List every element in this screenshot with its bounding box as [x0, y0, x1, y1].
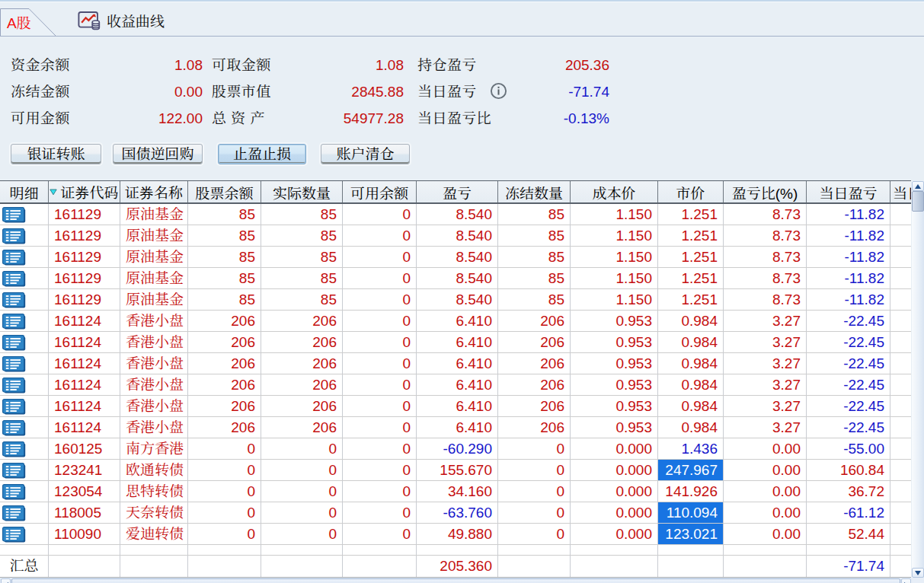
detail-list-icon[interactable]: [2, 314, 26, 330]
table-cell: 206: [188, 417, 261, 438]
detail-list-icon[interactable]: [2, 441, 26, 457]
detail-button-cell[interactable]: [0, 396, 49, 416]
column-header[interactable]: 市价: [658, 181, 724, 202]
column-header[interactable]: 盈亏比(%): [724, 181, 807, 202]
detail-list-icon[interactable]: [2, 463, 26, 479]
column-header[interactable]: 当日盈亏: [807, 181, 890, 202]
position-row[interactable]: 160125南方香港000-60.29000.0001.4360.00-55.0…: [0, 438, 911, 460]
detail-button-cell[interactable]: [0, 353, 49, 374]
action-button[interactable]: 国债逆回购: [113, 144, 203, 164]
position-row[interactable]: 161124香港小盘20620606.4102060.9530.9843.27-…: [0, 417, 911, 438]
column-header[interactable]: 可用余额: [343, 181, 417, 202]
detail-button-cell[interactable]: [0, 417, 49, 438]
detail-list-icon[interactable]: [2, 505, 26, 521]
position-row[interactable]: 161124香港小盘20620606.4102060.9530.9843.27-…: [0, 396, 911, 417]
detail-list-icon[interactable]: [2, 484, 26, 500]
action-button[interactable]: 银证转账: [11, 144, 101, 164]
column-header[interactable]: 成本价: [571, 181, 658, 202]
table-cell: [49, 545, 120, 555]
position-row[interactable]: 161124香港小盘20620606.4102060.9530.9843.27-…: [0, 332, 911, 353]
detail-button-cell[interactable]: [0, 438, 49, 459]
table-cell: 123.021: [658, 524, 724, 544]
table-cell: 0: [343, 502, 417, 523]
position-row[interactable]: 161129原油基金858508.540851.1501.2518.73-11.…: [0, 225, 911, 247]
account-field-value: 1.08: [88, 57, 203, 74]
column-header[interactable]: 明细: [0, 181, 49, 202]
action-button[interactable]: 账户清仓: [321, 144, 410, 164]
scroll-up-button[interactable]: [912, 181, 924, 191]
scroll-down-button[interactable]: [912, 568, 924, 578]
detail-button-cell[interactable]: [0, 225, 49, 246]
detail-list-icon[interactable]: [2, 420, 26, 436]
table-cell: [417, 545, 498, 555]
table-cell: 85: [498, 268, 571, 288]
position-row[interactable]: 161124香港小盘20620606.4102060.9530.9843.27-…: [0, 353, 911, 374]
vertical-scrollbar[interactable]: [912, 181, 924, 578]
table-cell: 85: [498, 225, 571, 246]
detail-button-cell[interactable]: [0, 524, 49, 544]
detail-list-icon[interactable]: [2, 271, 26, 287]
column-header[interactable]: 冻结数量: [498, 181, 571, 202]
horizontal-scrollbar-thumb[interactable]: [11, 578, 900, 583]
detail-list-icon[interactable]: [2, 335, 26, 351]
scroll-left-button[interactable]: [1, 578, 11, 583]
table-cell: [890, 502, 911, 523]
horizontal-scrollbar[interactable]: [0, 578, 911, 583]
detail-list-icon[interactable]: [2, 292, 26, 308]
summary-row[interactable]: 汇总205.360-71.74: [0, 556, 911, 578]
table-cell: [890, 225, 911, 246]
position-row[interactable]: 123241欧通转债000155.67000.000247.9670.00160…: [0, 460, 911, 481]
detail-list-icon[interactable]: [2, 250, 26, 266]
column-header[interactable]: 盈亏: [417, 181, 498, 202]
detail-button-cell[interactable]: [0, 332, 49, 352]
detail-button-cell[interactable]: [0, 481, 49, 502]
column-header-label: 冻结数量: [505, 182, 563, 202]
detail-button-cell[interactable]: [0, 502, 49, 523]
position-row[interactable]: 161129原油基金858508.540851.1501.2518.73-11.…: [0, 247, 911, 268]
table-cell: [890, 524, 911, 544]
detail-button-cell[interactable]: [0, 460, 49, 480]
detail-list-icon[interactable]: [2, 378, 26, 393]
position-row[interactable]: 118005天奈转债000-63.76000.000110.0940.00-61…: [0, 502, 911, 524]
scroll-right-button[interactable]: [901, 578, 911, 583]
position-row[interactable]: 161129原油基金858508.540851.1501.2518.73-11.…: [0, 289, 911, 311]
detail-button-cell[interactable]: [0, 204, 49, 225]
tab-a-shares[interactable]: A股: [7, 16, 53, 31]
position-row[interactable]: 161124香港小盘20620606.4102060.9530.9843.27-…: [0, 374, 911, 396]
column-header[interactable]: 股票余额: [188, 181, 261, 202]
detail-list-icon[interactable]: [2, 228, 26, 244]
position-row[interactable]: 123054思特转债00034.16000.000141.9260.0036.7…: [0, 481, 911, 502]
column-header[interactable]: 证券代码: [49, 181, 120, 202]
table-cell: -11.82: [807, 247, 890, 267]
profit-curve-chart-icon[interactable]: [78, 11, 102, 31]
column-header-label: 明细: [9, 182, 38, 202]
position-row[interactable]: 161129原油基金858508.540851.1501.2518.73-11.…: [0, 204, 911, 225]
detail-button-cell[interactable]: [0, 268, 49, 288]
column-header[interactable]: 实际数量: [261, 181, 343, 202]
vertical-scrollbar-thumb[interactable]: [912, 191, 924, 212]
detail-list-icon[interactable]: [2, 399, 26, 415]
position-row[interactable]: 110090爱迪转债00049.88000.000123.0210.0052.4…: [0, 524, 911, 545]
position-row[interactable]: 161129原油基金858508.540851.1501.2518.73-11.…: [0, 268, 911, 289]
position-row[interactable]: 161124香港小盘20620606.4102060.9530.9843.27-…: [0, 311, 911, 332]
column-header[interactable]: 当日盈亏比: [890, 181, 911, 202]
detail-button-cell[interactable]: [0, 374, 49, 395]
info-icon[interactable]: [490, 82, 507, 100]
detail-list-icon[interactable]: [2, 207, 26, 223]
table-cell: [807, 545, 890, 555]
table-cell: 8.540: [417, 289, 498, 310]
action-button[interactable]: 止盈止损: [218, 144, 306, 164]
table-cell: 85: [188, 289, 261, 310]
detail-button-cell[interactable]: [0, 289, 49, 310]
tab-profit-curve[interactable]: 收益曲线: [107, 14, 165, 30]
table-cell: [890, 204, 911, 225]
column-header[interactable]: 证券名称: [120, 181, 188, 202]
detail-list-icon[interactable]: [2, 356, 26, 372]
column-header-label: 当日盈亏: [819, 182, 877, 202]
detail-button-cell[interactable]: [0, 247, 49, 267]
detail-button-cell[interactable]: [0, 311, 49, 331]
table-cell: 3.27: [724, 396, 807, 416]
table-cell: 0.000: [571, 460, 658, 480]
table-cell: 206: [498, 374, 571, 395]
detail-list-icon[interactable]: [2, 527, 26, 543]
